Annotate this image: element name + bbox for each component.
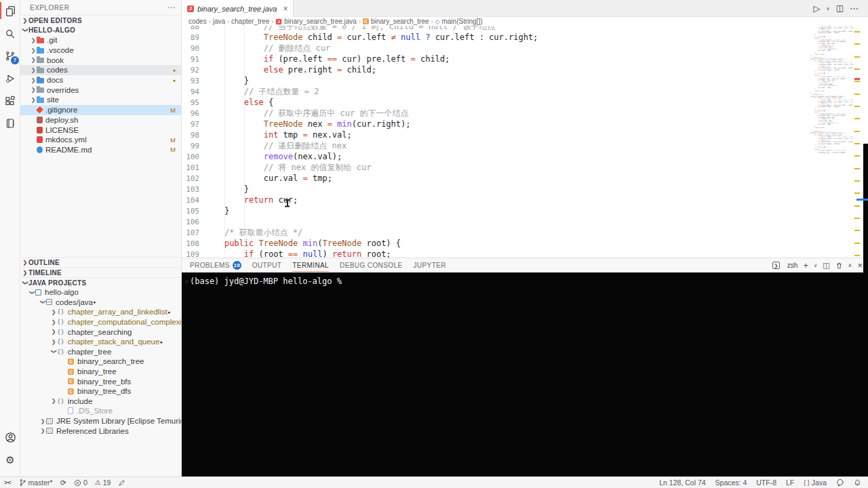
breadcrumb-item[interactable]: chapter_tree: [231, 18, 269, 25]
notebook-button[interactable]: [0, 112, 20, 134]
status-label: master*: [28, 479, 53, 487]
token: child;: [833, 69, 840, 71]
jp-item-chapter_searching[interactable]: ❯{}chapter_searching: [20, 327, 181, 337]
item-label: include: [68, 397, 92, 405]
close-icon[interactable]: ×: [283, 4, 288, 14]
explorer-item-git[interactable]: ❯.git: [20, 35, 181, 45]
new-terminal-button[interactable]: +: [803, 261, 808, 270]
panel-tab-problems[interactable]: PROBLEMS19: [190, 258, 241, 272]
token: =: [410, 54, 415, 64]
split-terminal-icon[interactable]: ◫: [823, 262, 829, 269]
panel-tab-debug-console[interactable]: DEBUG CONSOLE: [340, 258, 402, 272]
jp-item-chapter_stack_and_queue[interactable]: ❯{}chapter_stack_and_queue●: [20, 337, 181, 347]
explorer-item-mkdocsyml[interactable]: mkdocs.ymlM: [20, 135, 181, 145]
jp-item-helloalgo[interactable]: ❯hello-algo: [20, 287, 181, 298]
status-encoding[interactable]: UTF-8: [756, 479, 776, 487]
token: child;: [848, 104, 853, 106]
status-cursor-position[interactable]: Ln 128, Col 74: [659, 479, 705, 487]
breadcrumb-item[interactable]: codes: [189, 18, 207, 25]
explorer-item-gitignore[interactable]: .gitignoreM: [20, 105, 181, 115]
split-editor-icon[interactable]: ◫: [836, 4, 844, 12]
jp-item-codesjava[interactable]: ❯codes/java●: [20, 298, 181, 308]
section-java-projects[interactable]: ❯ JAVA PROJECTS: [20, 277, 181, 287]
section-outline[interactable]: ❯ OUTLINE: [20, 257, 181, 267]
jp-item-include[interactable]: ❯{}include: [20, 396, 181, 407]
section-root-folder[interactable]: ❯ HELLO-ALGO: [20, 25, 181, 35]
status-indentation[interactable]: Spaces: 4: [715, 479, 747, 487]
jp-item-chapter_array_and_linkedlist[interactable]: ❯{}chapter_array_and_linkedlist●: [20, 307, 181, 317]
status-warnings[interactable]: ⚠19: [95, 479, 111, 487]
maximize-panel-icon[interactable]: ∧: [848, 263, 852, 268]
status-language-mode[interactable]: { }Java: [804, 479, 827, 487]
minimap[interactable]: // 当子结点数量 = 0 / 1 时, child = null / 该子结点…: [807, 26, 853, 258]
explorer-item-docs[interactable]: ❯docs●: [20, 75, 181, 85]
jp-item-DS_Store[interactable]: .DS_Store: [20, 406, 181, 416]
code-line: 98 int tmp = nex.val;: [182, 129, 868, 140]
section-timeline[interactable]: ❯ TIMELINE: [20, 267, 181, 277]
explorer-item-READMEmd[interactable]: README.mdM: [20, 145, 181, 155]
status-feedback[interactable]: [836, 479, 844, 487]
breadcrumb-item[interactable]: java: [213, 18, 225, 25]
jp-item-ReferencedLibraries[interactable]: ❯Referenced Libraries: [20, 426, 181, 436]
breadcrumb-item[interactable]: ◇main(String[]): [435, 18, 483, 25]
token: // 递归删除结点 nex: [205, 141, 347, 150]
status-errors[interactable]: 0: [74, 479, 87, 487]
panel-tab-terminal[interactable]: TERMINAL: [292, 258, 329, 272]
modified-dot: ●: [173, 78, 176, 83]
status-bar: ><master*⟳0⚠19Ln 128, Col 74Spaces: 4UTF…: [0, 476, 868, 488]
tab-binary-search-tree[interactable]: J binary_search_tree.java ×: [182, 0, 294, 17]
breadcrumb-item[interactable]: Cbinary_search_tree: [363, 18, 429, 25]
panel-tab-output[interactable]: OUTPUT: [252, 258, 282, 272]
code-text: }: [205, 75, 249, 86]
panel-tab-jupyter[interactable]: JUPYTER: [414, 258, 446, 272]
explorer-item-overrides[interactable]: ❯overrides: [20, 85, 181, 95]
account-button[interactable]: [0, 426, 20, 449]
line-number: 95: [182, 98, 199, 107]
status-remote-indicator[interactable]: ><: [4, 480, 12, 486]
indent-guide: [224, 26, 225, 258]
token: pre.right: [822, 143, 832, 145]
jp-item-binary_tree_bfs[interactable]: Cbinary_tree_bfs: [20, 376, 181, 386]
panel-tab-label: JUPYTER: [414, 262, 446, 269]
explorer-item-LICENSE[interactable]: LICENSE: [20, 125, 181, 135]
search-button[interactable]: [0, 22, 20, 45]
close-panel-icon[interactable]: ×: [857, 261, 863, 270]
explorer-item-vscode[interactable]: ❯.vscode: [20, 45, 181, 56]
jp-item-JRESystemLibraryEclipseTemurin[interactable]: ❯JRE System Library [Eclipse Temurin 17 …: [20, 416, 181, 426]
section-open-editors[interactable]: ❯ OPEN EDITORS: [20, 15, 181, 25]
explorer-item-deploysh[interactable]: deploy.sh: [20, 115, 181, 125]
code-editor[interactable]: 88 // 当子结点数量 = 0 / 1 时, child = null / 该…: [182, 26, 868, 258]
jp-item-chapter_computational_complexi[interactable]: ❯{}chapter_computational_complexity●: [20, 317, 181, 327]
token: cur.left: [342, 33, 391, 42]
run-debug-button[interactable]: [0, 67, 20, 89]
terminal[interactable]: ○ (base) jyd@JYD-MBP hello-algo %: [182, 272, 868, 476]
modified-dot: ●: [159, 340, 162, 344]
explorer-item-book[interactable]: ❯book: [20, 55, 181, 65]
jp-item-chapter_tree[interactable]: ❯{}chapter_tree: [20, 347, 181, 357]
more-actions-icon[interactable]: ⋯: [167, 3, 176, 12]
status-eol[interactable]: LF: [786, 479, 794, 487]
status-git-branch[interactable]: master*: [19, 479, 53, 487]
status-run-task[interactable]: [118, 479, 125, 487]
jp-item-binary_tree[interactable]: Cbinary_tree: [20, 367, 181, 377]
vscode-window: 7⚙ EXPLORER ⋯ ❯ OPEN EDITORS ❯ HELLO-ALG…: [0, 0, 868, 488]
breadcrumb: codes›java›chapter_tree›Jbinary_search_t…: [182, 17, 868, 26]
jp-item-binary_tree_dfs[interactable]: Cbinary_tree_dfs: [20, 386, 181, 396]
status-sync[interactable]: ⟳: [60, 479, 66, 487]
breadcrumb-item[interactable]: Jbinary_search_tree.java: [275, 18, 357, 25]
source-control-button[interactable]: 7: [0, 45, 20, 67]
section-label: JAVA PROJECTS: [28, 279, 86, 287]
explorer-item-codes[interactable]: ❯codes●: [20, 65, 181, 75]
status-notifications[interactable]: [854, 479, 861, 487]
more-actions-icon[interactable]: ⋯: [850, 4, 859, 13]
jp-item-binary_search_tree[interactable]: Cbinary_search_tree: [20, 357, 181, 367]
extensions-button[interactable]: [0, 89, 20, 112]
explorer-button[interactable]: [0, 0, 20, 22]
terminal-dropdown-icon[interactable]: ∨: [814, 263, 817, 268]
run-dropdown-icon[interactable]: ∨: [827, 6, 830, 11]
kill-terminal-icon[interactable]: [835, 262, 843, 270]
token: child;: [848, 67, 853, 69]
settings-gear-button[interactable]: ⚙: [0, 449, 20, 471]
run-button[interactable]: ▷: [814, 4, 821, 13]
explorer-item-site[interactable]: ❯site: [20, 95, 181, 105]
